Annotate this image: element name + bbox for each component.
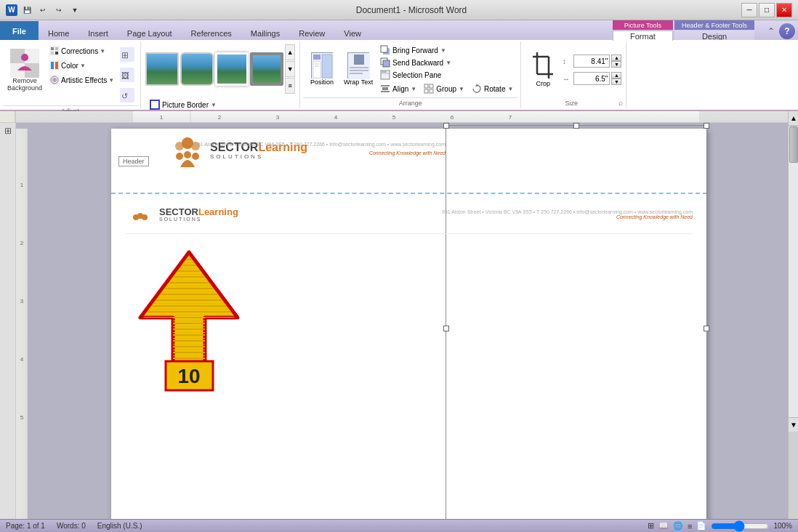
left-sidebar: ⊞ (0, 111, 16, 519)
maximize-button[interactable]: □ (759, 3, 775, 17)
qat-undo[interactable]: ↩ (36, 4, 49, 16)
group-icon (424, 84, 434, 94)
scroll-down-button[interactable]: ▼ (789, 417, 798, 432)
zoom-slider[interactable] (711, 523, 769, 530)
crop-icon (531, 51, 555, 80)
crop-button[interactable]: Crop (525, 44, 560, 94)
handle-tc[interactable] (573, 123, 579, 129)
rotate-arrow: ▼ (507, 86, 513, 92)
view-web-button[interactable]: 🌐 (673, 521, 683, 531)
compress-pictures-button[interactable]: ⊞ (118, 46, 136, 65)
wrap-text-label: Wrap Text (344, 78, 373, 86)
minimize-ribbon-button[interactable]: ⌃ (763, 23, 779, 39)
view-outline-button[interactable]: ≡ (688, 522, 692, 531)
corrections-arrow: ▼ (100, 48, 105, 55)
arrow-shape-container: 10 (133, 245, 246, 405)
ruler-vertical: 1 2 3 4 5 (16, 129, 28, 519)
send-backward-button[interactable]: Send Backward ▼ (377, 57, 516, 68)
artistic-effects-arrow: ▼ (108, 77, 114, 84)
right-scrollbar: ▲ ▼ (788, 111, 798, 519)
wrap-icon (347, 52, 369, 78)
picture-style-4[interactable] (250, 52, 283, 86)
height-input[interactable] (573, 55, 610, 68)
handle-tr[interactable] (704, 123, 709, 129)
picture-style-2[interactable] (180, 52, 214, 86)
view-normal-button[interactable]: ⊞ (648, 521, 654, 531)
tab-review[interactable]: Review (289, 25, 334, 41)
body-solutions: SOLUTIONS (159, 217, 238, 222)
scroll-track-v (789, 126, 798, 417)
styles-scroll-expand[interactable]: ≡ (285, 78, 295, 94)
close-button[interactable]: ✕ (776, 3, 792, 17)
align-arrow: ▼ (411, 86, 416, 92)
rotate-button[interactable]: Rotate ▼ (469, 83, 516, 94)
tab-home[interactable]: Home (39, 25, 78, 41)
picture-style-3[interactable] (215, 52, 249, 86)
size-dialog-launcher[interactable]: ⌕ (618, 99, 623, 107)
tab-design[interactable]: Design (674, 31, 754, 41)
tab-mailings[interactable]: Mailings (241, 25, 289, 41)
help-button[interactable]: ? (779, 23, 795, 39)
width-spin-down[interactable]: ▼ (611, 78, 621, 85)
artistic-effects-button[interactable]: Artistic Effects ▼ (47, 73, 117, 86)
picture-style-1[interactable] (145, 52, 179, 86)
handle-tl[interactable] (443, 123, 449, 129)
ruler-corner (0, 111, 15, 123)
qat-save[interactable]: 💾 (20, 4, 33, 16)
tab-insert[interactable]: Insert (78, 25, 118, 41)
reset-picture-button[interactable]: ↺ (118, 86, 136, 105)
qat-redo[interactable]: ↪ (52, 4, 65, 16)
qat-customize[interactable]: ▼ (68, 4, 81, 16)
change-picture-button[interactable]: 🖼 (118, 66, 136, 85)
corrections-button[interactable]: Corrections ▼ (47, 44, 117, 57)
view-reading-button[interactable]: 📖 (658, 521, 669, 531)
tab-format[interactable]: Format (613, 31, 673, 41)
width-input[interactable] (573, 72, 610, 85)
height-spin-up[interactable]: ▲ (611, 55, 621, 61)
svg-point-3 (21, 54, 28, 61)
scroll-thumb-v[interactable] (789, 126, 798, 163)
tab-references[interactable]: References (182, 25, 241, 41)
height-spinners: ▲ ▼ (611, 55, 621, 68)
document-area: 1 2 3 4 5 Header (16, 123, 788, 519)
svg-point-80 (184, 151, 191, 158)
position-button[interactable]: Position (305, 44, 339, 94)
svg-rect-44 (382, 87, 388, 90)
header-tagline: Connecting Knowledge with Need (369, 150, 446, 156)
scroll-up-button[interactable]: ▲ (789, 111, 798, 126)
picture-styles-group: ▲ ▼ ≡ Picture Border ▼ (141, 41, 300, 108)
view-draft-button[interactable]: 📄 (696, 521, 706, 531)
tab-file[interactable]: File (0, 21, 39, 40)
logo-people-icon (169, 134, 206, 167)
page-body: SECTORLearning SOLUTIONS 951 Alston Stre… (111, 194, 707, 519)
height-spin-down[interactable]: ▼ (611, 61, 621, 68)
position-label: Position (310, 78, 334, 86)
align-icon (380, 84, 390, 94)
hf-tools-label: Header & Footer Tools (674, 20, 754, 30)
picture-border-icon (150, 100, 160, 110)
color-button[interactable]: Color ▼ (47, 59, 117, 72)
picture-border-button[interactable]: Picture Border ▼ (145, 98, 221, 111)
tab-page-layout[interactable]: Page Layout (118, 25, 182, 41)
color-arrow: ▼ (80, 63, 86, 69)
group-arrow: ▼ (459, 86, 464, 92)
minimize-button[interactable]: ─ (741, 3, 757, 17)
styles-scroll-up[interactable]: ▲ (285, 44, 295, 60)
selection-pane-button[interactable]: Selection Pane (377, 69, 516, 81)
show-ruler-button[interactable]: ⊞ (4, 126, 12, 136)
tab-view[interactable]: View (334, 25, 371, 41)
styles-scroll-down[interactable]: ▼ (285, 61, 295, 77)
remove-background-button[interactable]: Remove Background (4, 44, 45, 97)
body-logo: SECTORLearning SOLUTIONS (126, 201, 238, 227)
group-button[interactable]: Group ▼ (421, 83, 467, 94)
header-label: Header (118, 156, 149, 166)
width-spin-up[interactable]: ▲ (611, 72, 621, 78)
svg-text:3: 3 (276, 114, 280, 121)
header-logo: SECTORLearning SOLUTIONS (169, 134, 307, 167)
wrap-svg (348, 53, 370, 79)
wrap-text-button[interactable]: Wrap Text (341, 44, 376, 94)
align-button[interactable]: Align ▼ (377, 83, 419, 94)
height-input-row: ↕ ▲ ▼ (562, 55, 621, 68)
bring-forward-button[interactable]: Bring Forward ▼ (377, 44, 516, 56)
body-address-area: 951 Alston Street • Victoria BC V9A 3S5 … (442, 209, 693, 219)
